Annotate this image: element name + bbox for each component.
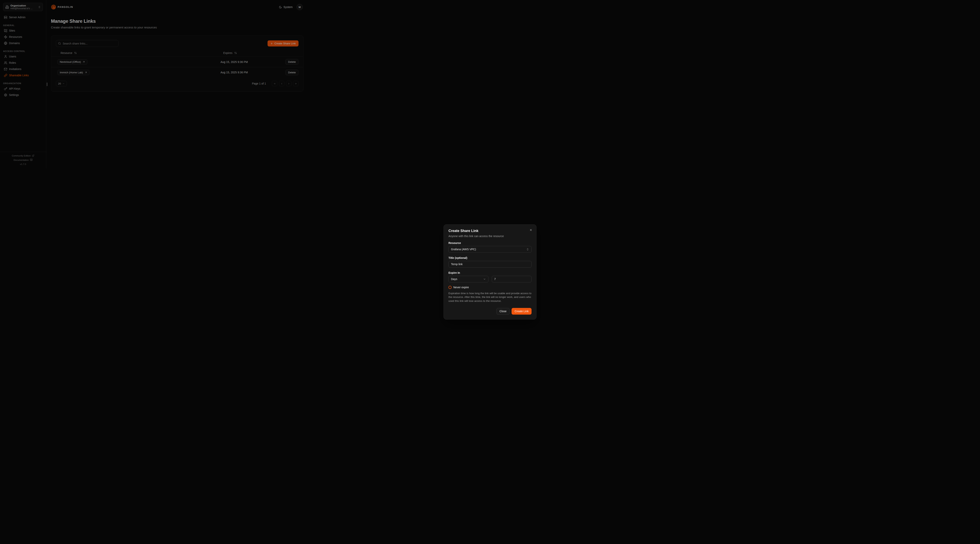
modal-overlay[interactable] xyxy=(0,0,307,168)
